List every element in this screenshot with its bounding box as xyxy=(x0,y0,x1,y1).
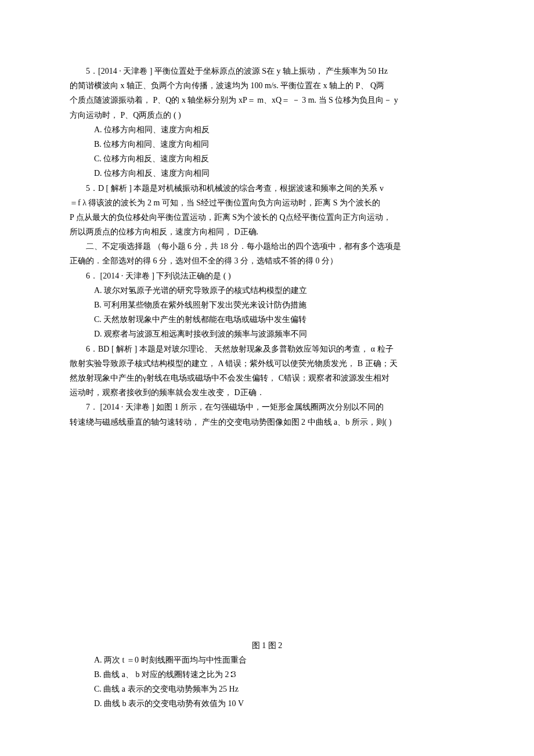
q7-option-a: A. 两次 t ＝0 时刻线圈平面均与中性面重合 xyxy=(70,653,464,667)
q6-option-a: A. 玻尔对氢原子光谱的研究导致原子的核式结构模型的建立 xyxy=(70,283,464,298)
q5-answer-line4: 所以两质点的位移方向相反，速度方向相同， D正确. xyxy=(70,225,464,239)
q7-option-c: C. 曲线 a 表示的交变电动势频率为 25 Hz xyxy=(70,682,464,696)
q5-option-c: C. 位移方向相反、速度方向相反 xyxy=(70,151,464,166)
q6-answer-line1: 6．BD [ 解析 ] 本题是对玻尔理论、 天然放射现象及多普勒效应等知识的考查… xyxy=(70,342,464,356)
q5-stem-line1: 5．[2014 · 天津卷 ] 平衡位置处于坐标原点的波源 S在 y 轴上振动，… xyxy=(70,64,464,78)
q5-stem-line3: 个质点随波源振动着， P、Q的 x 轴坐标分别为 xP＝ m、xQ＝ － 3 m… xyxy=(70,93,464,107)
q6-answer-line2: 散射实验导致原子核式结构模型的建立， A 错误；紫外线可以使荧光物质发光， B … xyxy=(70,356,464,371)
q5-option-b: B. 位移方向相同、速度方向相同 xyxy=(70,137,464,151)
q6-option-b: B. 可利用某些物质在紫外线照射下发出荧光来设计防伪措施 xyxy=(70,298,464,312)
section2-heading-line1: 二、不定项选择题 （每小题 6 分，共 18 分．每小题给出的四个选项中，都有多… xyxy=(70,239,464,254)
q6-option-d: D. 观察者与波源互相远离时接收到波的频率与波源频率不同 xyxy=(70,327,464,341)
q6-stem: 6． [2014 · 天津卷 ] 下列说法正确的是 ( ) xyxy=(70,269,464,283)
q7-stem-line2: 转速绕与磁感线垂直的轴匀速转动， 产生的交变电动势图像如图 2 中曲线 a、b … xyxy=(70,415,464,429)
q5-answer-line1: 5．D [ 解析 ] 本题是对机械振动和机械波的综合考查，根据波速和频率之间的关… xyxy=(70,181,464,196)
q5-option-a: A. 位移方向相同、速度方向相反 xyxy=(70,122,464,137)
q5-stem-line2: 的简谐横波向 x 轴正、负两个方向传播，波速均为 100 m/s. 平衡位置在 … xyxy=(70,78,464,93)
section2-heading-line2: 正确的．全部选对的得 6 分，选对但不全的得 3 分，选错或不答的得 0 分） xyxy=(70,254,464,268)
q5-answer-line3: P 点从最大的负位移处向平衡位置运动，距离 S为个波长的 Q点经平衡位置向正方向… xyxy=(70,210,464,225)
q7-figure-labels: 图 1 图 2 xyxy=(70,638,464,653)
q6-answer-line3: 然放射现象中产生的γ射线在电场或磁场中不会发生偏转， C错误；观察者和波源发生相… xyxy=(70,371,464,385)
q5-option-d: D. 位移方向相反、速度方向相同 xyxy=(70,166,464,180)
q6-answer-line4: 运动时，观察者接收到的频率就会发生改变， D正确． xyxy=(70,385,464,400)
document-page: 5．[2014 · 天津卷 ] 平衡位置处于坐标原点的波源 S在 y 轴上振动，… xyxy=(0,0,534,756)
q7-option-d: D. 曲线 b 表示的交变电动势有效值为 10 V xyxy=(70,696,464,711)
q7-option-b: B. 曲线 a、 b 对应的线圈转速之比为 2∶3 xyxy=(70,667,464,682)
q5-stem-line4: 方向运动时， P、Q两质点的 ( ) xyxy=(70,108,464,122)
q6-option-c: C. 天然放射现象中产生的射线都能在电场或磁场中发生偏转 xyxy=(70,312,464,327)
q7-stem-line1: 7． [2014 · 天津卷 ] 如图 1 所示，在匀强磁场中，一矩形金属线圈两… xyxy=(70,400,464,414)
q5-answer-line2: ＝f λ 得该波的波长为 2 m 可知，当 S经过平衡位置向负方向运动时，距离 … xyxy=(70,196,464,210)
